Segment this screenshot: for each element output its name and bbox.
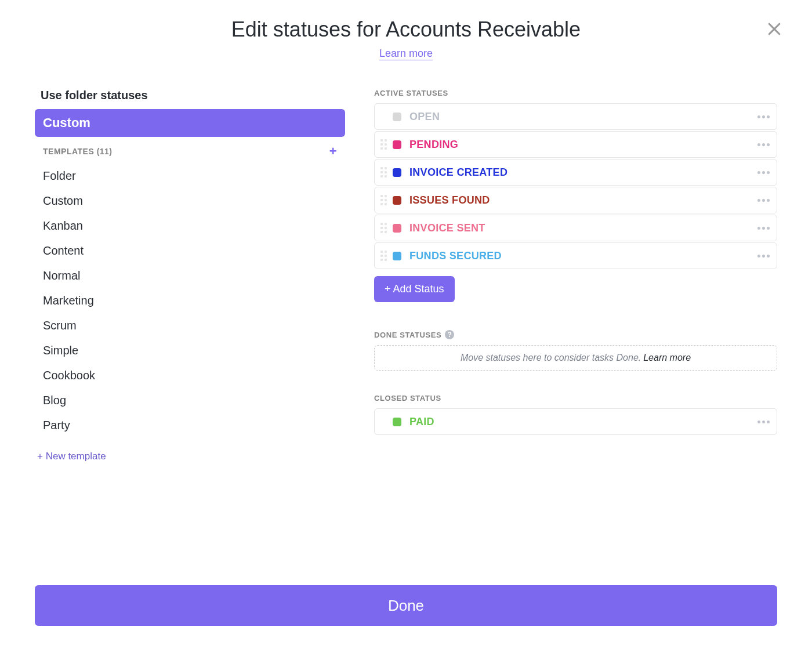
modal-footer: Done <box>35 562 777 626</box>
ellipsis-icon[interactable] <box>757 171 770 174</box>
template-item[interactable]: Blog <box>35 388 345 413</box>
modal-title: Edit statuses for Accounts Receivable <box>35 17 777 42</box>
status-color-swatch <box>393 418 401 426</box>
status-row[interactable]: INVOICE SENT <box>374 215 777 241</box>
template-item[interactable]: Custom <box>35 188 345 213</box>
template-item[interactable]: Scrum <box>35 313 345 338</box>
status-name-label: OPEN <box>409 111 757 123</box>
add-status-button[interactable]: + Add Status <box>374 276 455 302</box>
statuses-panel: ACTIVE STATUSES OPENPENDINGINVOICE CREAT… <box>374 89 777 562</box>
status-name-label: PENDING <box>409 139 757 151</box>
status-color-swatch <box>393 113 401 121</box>
status-color-swatch <box>393 140 401 149</box>
drag-handle-icon[interactable] <box>380 167 387 177</box>
done-button[interactable]: Done <box>35 585 777 626</box>
status-name-label: INVOICE CREATED <box>409 166 757 179</box>
done-statuses-title: DONE STATUSES ? <box>374 330 777 339</box>
ellipsis-icon[interactable] <box>757 115 770 118</box>
close-icon[interactable] <box>766 20 783 40</box>
closed-status-title: CLOSED STATUS <box>374 394 777 403</box>
active-statuses-title: ACTIVE STATUSES <box>374 89 777 97</box>
ellipsis-icon[interactable] <box>757 420 770 423</box>
edit-statuses-modal: Edit statuses for Accounts Receivable Le… <box>0 0 812 649</box>
ellipsis-icon[interactable] <box>757 143 770 146</box>
modal-header: Edit statuses for Accounts Receivable Le… <box>35 17 777 60</box>
templates-list: FolderCustomKanbanContentNormalMarketing… <box>35 164 345 438</box>
status-row[interactable]: PENDING <box>374 131 777 158</box>
help-icon[interactable]: ? <box>445 330 454 339</box>
ellipsis-icon[interactable] <box>757 255 770 258</box>
status-row[interactable]: FUNDS SECURED <box>374 242 777 269</box>
drag-handle-icon[interactable] <box>380 251 387 261</box>
status-name-label: INVOICE SENT <box>409 222 757 234</box>
template-item[interactable]: Marketing <box>35 288 345 313</box>
sidebar-item-custom[interactable]: Custom <box>35 109 345 137</box>
add-template-icon[interactable]: + <box>329 145 337 158</box>
status-color-swatch <box>393 196 401 205</box>
drag-handle-icon[interactable] <box>380 195 387 205</box>
template-item[interactable]: Party <box>35 413 345 438</box>
status-row[interactable]: ISSUES FOUND <box>374 187 777 213</box>
status-color-swatch <box>393 224 401 233</box>
done-learn-more-link[interactable]: Learn more <box>643 353 691 363</box>
status-name-label: FUNDS SECURED <box>409 250 757 262</box>
sidebar: Use folder statuses Custom TEMPLATES (11… <box>35 89 345 562</box>
active-statuses-list: OPENPENDINGINVOICE CREATEDISSUES FOUNDIN… <box>374 103 777 269</box>
use-folder-statuses-label: Use folder statuses <box>35 89 345 109</box>
template-item[interactable]: Normal <box>35 263 345 288</box>
status-name-label: PAID <box>409 416 757 428</box>
learn-more-link[interactable]: Learn more <box>379 48 433 60</box>
template-item[interactable]: Cookbook <box>35 363 345 388</box>
template-item[interactable]: Folder <box>35 164 345 188</box>
status-color-swatch <box>393 168 401 177</box>
template-item[interactable]: Kanban <box>35 213 345 238</box>
templates-header: TEMPLATES (11) + <box>35 137 345 164</box>
template-item[interactable]: Content <box>35 238 345 263</box>
done-statuses-dropzone[interactable]: Move statuses here to consider tasks Don… <box>374 345 777 371</box>
closed-status-row[interactable]: PAID <box>374 408 777 435</box>
drag-handle-icon[interactable] <box>380 139 387 150</box>
template-item[interactable]: Simple <box>35 338 345 363</box>
ellipsis-icon[interactable] <box>757 199 770 202</box>
new-template-button[interactable]: + New template <box>35 438 345 462</box>
drag-handle-icon[interactable] <box>380 223 387 233</box>
status-color-swatch <box>393 252 401 260</box>
ellipsis-icon[interactable] <box>757 227 770 230</box>
status-row[interactable]: INVOICE CREATED <box>374 159 777 186</box>
templates-count: TEMPLATES (11) <box>43 147 113 156</box>
status-row[interactable]: OPEN <box>374 103 777 130</box>
status-name-label: ISSUES FOUND <box>409 194 757 206</box>
